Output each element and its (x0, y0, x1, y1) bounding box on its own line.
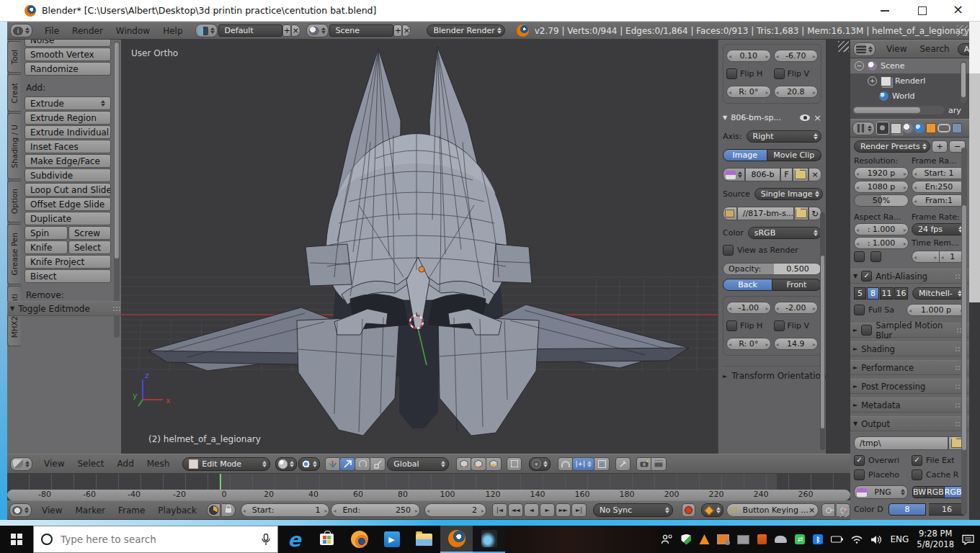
image-datablock-name[interactable]: 806-b (745, 168, 780, 181)
frame-start-field[interactable]: Start: 1 (912, 167, 966, 179)
scene-delete-button[interactable]: × (402, 24, 411, 37)
scene-add-button[interactable]: + (393, 24, 402, 37)
menu-file[interactable]: File (38, 26, 66, 36)
screen-layout-selector-icon[interactable] (195, 24, 218, 37)
current-frame-playhead[interactable] (220, 474, 221, 490)
filepath-icon-button[interactable] (723, 207, 737, 220)
timeline-ruler[interactable]: -80 -60 -40 -20 0 20 40 60 80 100 120 14… (7, 490, 850, 500)
view-as-render-checkbox[interactable] (723, 245, 734, 256)
proportional-editing-select[interactable] (529, 457, 551, 471)
scene-name[interactable]: Scene (329, 24, 394, 37)
extrude-dropdown[interactable]: Extrude (24, 96, 111, 110)
post-processing-panel-header[interactable]: ► Post Processing (850, 379, 969, 394)
manipulator-rotate-button[interactable] (355, 457, 370, 471)
crop-checkbox[interactable] (870, 251, 881, 262)
manipulator-scale-button[interactable] (370, 457, 386, 471)
shelf-tab-shading[interactable]: Shading / U (7, 113, 21, 179)
bg2-offset-x-field[interactable]: -1.00 (726, 302, 771, 314)
bg2-size-field[interactable]: 14.9 (774, 338, 819, 350)
shelf-button-make-edge-face[interactable]: Make Edge/Face (24, 154, 111, 168)
shelf-button-duplicate[interactable]: Duplicate (24, 212, 111, 225)
timeline-menu-frame[interactable]: Frame (112, 505, 151, 516)
resolution-percentage-slider[interactable]: 50% (854, 194, 909, 207)
jump-prev-keyframe-button[interactable]: ◄◄ (508, 503, 523, 517)
jump-to-end-button[interactable]: ►| (571, 503, 587, 517)
editor-type-3dview-button[interactable] (10, 457, 32, 471)
defender-icon[interactable] (681, 534, 691, 545)
shelf-tab-options[interactable]: Option (7, 181, 21, 222)
timeline-tracks[interactable] (7, 474, 850, 490)
layout-delete-button[interactable]: × (291, 24, 300, 37)
color-mode-rgb[interactable]: RGB (927, 486, 945, 498)
editor-type-properties-button[interactable] (852, 122, 875, 135)
panel-drag-dots[interactable] (112, 306, 121, 312)
outliner-filter-select[interactable]: All S (958, 43, 969, 55)
use-preview-range-button[interactable] (207, 503, 220, 517)
flip-v-checkbox[interactable] (774, 320, 785, 331)
sync-mode-select[interactable]: No Sync (593, 503, 673, 517)
image-datablock-icon-button[interactable] (723, 168, 745, 181)
action-center-icon[interactable] (962, 534, 974, 545)
taskbar-app-store[interactable] (311, 526, 343, 553)
placeholders-checkbox[interactable] (854, 469, 865, 480)
outliner-row-renderlayers[interactable]: + Renderl (850, 73, 969, 89)
file-extensions-checkbox[interactable] (912, 455, 922, 466)
frame-step-field[interactable]: Fram:1 (912, 194, 966, 207)
limit-to-visible-button[interactable] (507, 457, 522, 471)
jump-next-keyframe-button[interactable]: ►► (556, 503, 571, 517)
scene-selector-icon[interactable] (306, 24, 329, 37)
close-icon[interactable]: × (814, 112, 821, 123)
manipulator-axis-button[interactable] (325, 457, 340, 471)
editor-type-info-button[interactable]: i (10, 24, 32, 37)
performance-panel-header[interactable]: ► Performance (850, 360, 969, 375)
view3d-menu-add[interactable]: Add (112, 459, 140, 469)
border-checkbox[interactable] (854, 251, 865, 262)
color-mode-bw[interactable]: BW (912, 486, 927, 498)
play-button[interactable]: ► (540, 503, 555, 517)
anti-aliasing-checkbox[interactable] (861, 271, 872, 282)
browse-file-button[interactable] (794, 207, 808, 220)
filter-size-field[interactable]: 1.000 p (906, 304, 966, 316)
shelf-button-loop-cut[interactable]: Loop Cut and Slide (24, 183, 111, 197)
editor-type-outliner-button[interactable] (853, 42, 876, 56)
language-indicator[interactable]: ENG (890, 534, 909, 544)
fps-select[interactable]: 24 fps (912, 223, 966, 235)
shelf-button-knife[interactable]: Knife (24, 240, 68, 254)
start-button[interactable] (0, 526, 33, 553)
snap-peel-button[interactable] (615, 457, 631, 471)
source-select[interactable]: Single Image (754, 188, 823, 200)
flip-h-checkbox[interactable] (726, 320, 737, 331)
viewport-corner-stripes[interactable] (838, 41, 849, 52)
shelf-button-offset-edge-slide[interactable]: Offset Edge Slide (24, 197, 111, 211)
filepath-field[interactable]: //817-bm-s... (737, 207, 794, 220)
color-depth-8[interactable]: 8 (888, 503, 926, 516)
taskbar-search-box[interactable] (33, 526, 278, 553)
frame-start-field[interactable]: Start:1 (241, 503, 330, 517)
avast-icon[interactable] (699, 534, 709, 544)
file-format-select[interactable]: PNG (854, 485, 908, 499)
resolution-y-field[interactable]: 1080 p (854, 181, 909, 193)
jump-to-start-button[interactable]: |◄ (492, 503, 507, 517)
timeline-resize-stripes[interactable] (839, 507, 849, 517)
shading-panel-header[interactable]: ► Shading (850, 341, 969, 356)
resolution-x-field[interactable]: 1920 p (854, 167, 909, 179)
bg-size-field[interactable]: 20.8 (774, 86, 819, 98)
sync-icon[interactable]: ⇄ (795, 534, 805, 544)
battery-icon[interactable] (831, 536, 843, 543)
shelf-button-bisect[interactable]: Bisect (24, 269, 111, 283)
search-input[interactable] (59, 533, 255, 546)
bg-image-header[interactable]: ▼ 806-bm-sp... × (723, 112, 821, 123)
color-depth-16[interactable]: 16 (929, 503, 966, 516)
view3d-menu-mesh[interactable]: Mesh (141, 459, 176, 469)
aa-filter-select[interactable]: Mitchell- (912, 287, 966, 300)
shelf-tab-tools[interactable]: Tool (7, 41, 21, 73)
active-keying-set-field[interactable]: Button Keying ... × (726, 503, 819, 517)
bg2-offset-y-field[interactable]: -2.00 (774, 302, 819, 314)
shelf-button-subdivide[interactable]: Subdivide (24, 168, 111, 182)
preset-add-button[interactable]: + (932, 140, 948, 153)
shelf-tab-create[interactable]: Creat (7, 74, 21, 112)
n-panel-scrollbar[interactable] (820, 212, 825, 450)
clock-tray[interactable]: 9:28 PM 5/8/2018 (917, 529, 954, 550)
pivot-point-select[interactable] (298, 457, 320, 471)
vertex-select-mode-button[interactable] (456, 457, 471, 471)
